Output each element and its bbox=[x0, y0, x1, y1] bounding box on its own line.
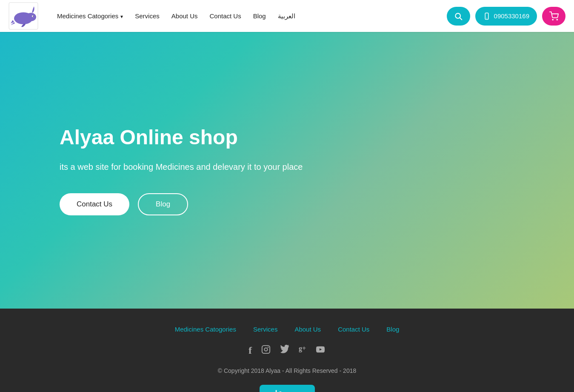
site-logo[interactable] bbox=[9, 2, 38, 30]
cart-button[interactable] bbox=[542, 7, 565, 26]
nav-blog[interactable]: Blog bbox=[247, 0, 272, 32]
footer-link-contact-us[interactable]: Contact Us bbox=[338, 326, 369, 333]
dropdown-arrow-icon bbox=[120, 12, 123, 20]
hero-subtitle: its a web site for booking Medicines and… bbox=[60, 162, 514, 172]
nav-contact-us[interactable]: Contact Us bbox=[203, 0, 247, 32]
svg-point-3 bbox=[26, 13, 36, 21]
svg-point-5 bbox=[33, 16, 34, 17]
nav-links: Medicines Catogories Services About Us C… bbox=[51, 0, 447, 32]
footer-link-blog[interactable]: Blog bbox=[386, 326, 399, 333]
phone-icon bbox=[483, 12, 491, 20]
youtube-icon[interactable] bbox=[315, 345, 326, 357]
hero-title: Alyaa Online shop bbox=[60, 125, 514, 150]
svg-point-11 bbox=[557, 19, 557, 20]
nav-arabic[interactable]: العربية bbox=[272, 0, 301, 32]
navbar: Medicines Catogories Services About Us C… bbox=[0, 0, 574, 32]
facebook-icon[interactable]: f bbox=[248, 345, 252, 357]
svg-line-7 bbox=[460, 17, 462, 20]
footer-link-medicines[interactable]: Medicines Catogories bbox=[175, 326, 236, 333]
hero-blog-button[interactable]: Blog bbox=[138, 193, 188, 215]
instagram-icon[interactable] bbox=[261, 345, 271, 357]
googleplus-icon[interactable]: g+ bbox=[299, 345, 306, 357]
footer-link-services[interactable]: Services bbox=[253, 326, 278, 333]
svg-point-13 bbox=[264, 348, 267, 351]
footer-links: Medicines Catogories Services About Us C… bbox=[9, 326, 565, 333]
nav-about-us[interactable]: About Us bbox=[166, 0, 204, 32]
navbar-actions: 0905330169 bbox=[447, 7, 565, 26]
hero-contact-button[interactable]: Contact Us bbox=[60, 193, 129, 215]
footer-copyright: © Copyright 2018 Alyaa - All Rights Rese… bbox=[9, 367, 565, 374]
hero-section: Alyaa Online shop its a web site for boo… bbox=[0, 32, 574, 309]
mostaqi-badge[interactable]: موستقل mostaqi.com bbox=[260, 385, 315, 392]
twitter-icon[interactable] bbox=[280, 345, 289, 357]
hero-buttons: Contact Us Blog bbox=[60, 193, 514, 215]
footer-socials: f g+ bbox=[9, 345, 565, 357]
search-button[interactable] bbox=[447, 7, 470, 26]
footer-link-about-us[interactable]: About Us bbox=[294, 326, 321, 333]
svg-point-14 bbox=[268, 347, 268, 348]
footer-brand-badge[interactable]: موستقل mostaqi.com bbox=[9, 385, 565, 392]
cart-icon bbox=[549, 11, 559, 21]
svg-rect-12 bbox=[262, 346, 270, 353]
nav-medicines-categories[interactable]: Medicines Catogories bbox=[51, 0, 129, 32]
nav-services[interactable]: Services bbox=[129, 0, 166, 32]
footer: Medicines Catogories Services About Us C… bbox=[0, 309, 574, 392]
svg-point-10 bbox=[552, 19, 553, 20]
brand-arabic-text: موستقل bbox=[271, 389, 303, 392]
phone-button[interactable]: 0905330169 bbox=[475, 7, 537, 26]
search-icon bbox=[454, 12, 463, 20]
